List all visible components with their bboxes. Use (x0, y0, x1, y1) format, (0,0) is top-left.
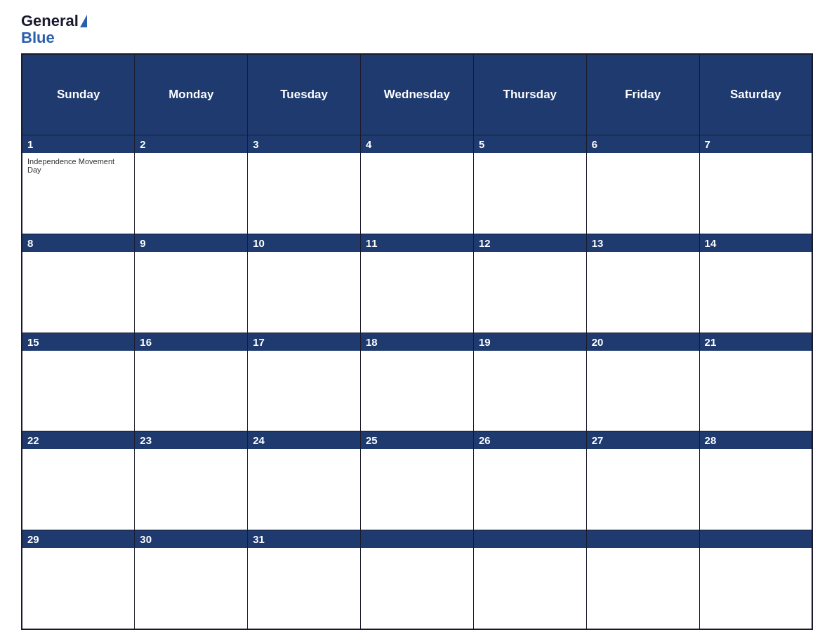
day-cell-15: 15 (22, 333, 135, 431)
weekday-header-row: SundayMondayTuesdayWednesdayThursdayFrid… (22, 54, 812, 135)
day-number-10: 10 (248, 234, 360, 252)
day-cell-5: 5 (473, 135, 586, 234)
day-cell-10: 10 (248, 234, 361, 333)
week-row-2: 891011121314 (22, 234, 812, 333)
day-cell-24: 24 (248, 431, 361, 530)
day-number-24: 24 (248, 431, 360, 449)
empty-day-cell (586, 530, 699, 629)
logo-triangle-icon (80, 15, 87, 27)
day-number-17: 17 (248, 333, 360, 351)
day-cell-20: 20 (586, 333, 699, 431)
day-cell-16: 16 (135, 333, 248, 431)
day-cell-13: 13 (586, 234, 699, 333)
day-cell-26: 26 (473, 431, 586, 530)
day-number-22: 22 (22, 431, 134, 449)
day-number-1: 1 (22, 135, 134, 153)
day-number-9: 9 (135, 234, 247, 252)
day-cell-7: 7 (699, 135, 812, 234)
day-number-7: 7 (700, 135, 812, 153)
day-number-15: 15 (22, 333, 134, 351)
day-cell-4: 4 (361, 135, 474, 234)
weekday-sunday: Sunday (22, 54, 135, 135)
day-cell-11: 11 (361, 234, 474, 333)
weekday-saturday: Saturday (699, 54, 812, 135)
logo-blue-text: Blue (21, 29, 55, 46)
day-number-14: 14 (700, 234, 812, 252)
calendar-table: SundayMondayTuesdayWednesdayThursdayFrid… (21, 53, 813, 630)
day-number-26: 26 (474, 431, 586, 449)
day-cell-2: 2 (135, 135, 248, 234)
day-cell-1: 1Independence Movement Day (22, 135, 135, 234)
day-cell-21: 21 (699, 333, 812, 431)
week-row-5: 293031 (22, 530, 812, 629)
day-cell-8: 8 (22, 234, 135, 333)
day-number-2: 2 (135, 135, 247, 153)
day-cell-27: 27 (586, 431, 699, 530)
day-number-13: 13 (587, 234, 699, 252)
day-number-28: 28 (700, 431, 812, 449)
day-cell-28: 28 (699, 431, 812, 530)
day-number-8: 8 (22, 234, 134, 252)
day-cell-12: 12 (473, 234, 586, 333)
empty-day-cell (361, 530, 474, 629)
weekday-thursday: Thursday (473, 54, 586, 135)
weekday-tuesday: Tuesday (248, 54, 361, 135)
day-cell-25: 25 (361, 431, 474, 530)
logo-general-text: General (21, 13, 79, 29)
day-number-5: 5 (474, 135, 586, 153)
day-number-19: 19 (474, 333, 586, 351)
day-number-29: 29 (22, 530, 134, 548)
empty-day-cell (699, 530, 812, 629)
day-cell-31: 31 (248, 530, 361, 629)
weekday-friday: Friday (586, 54, 699, 135)
day-cell-9: 9 (135, 234, 248, 333)
day-cell-29: 29 (22, 530, 135, 629)
day-number-31: 31 (248, 530, 360, 548)
day-cell-23: 23 (135, 431, 248, 530)
day-number-21: 21 (700, 333, 812, 351)
page-header: General Blue (21, 13, 813, 46)
day-number-12: 12 (474, 234, 586, 252)
day-number-16: 16 (135, 333, 247, 351)
day-number-4: 4 (361, 135, 473, 153)
day-number-20: 20 (587, 333, 699, 351)
empty-day-cell (473, 530, 586, 629)
day-number-23: 23 (135, 431, 247, 449)
weekday-wednesday: Wednesday (361, 54, 474, 135)
weekday-monday: Monday (135, 54, 248, 135)
holiday-label: Independence Movement Day (27, 157, 129, 174)
day-cell-6: 6 (586, 135, 699, 234)
logo: General Blue (21, 13, 87, 46)
day-number-30: 30 (135, 530, 247, 548)
day-number-6: 6 (587, 135, 699, 153)
day-cell-17: 17 (248, 333, 361, 431)
day-cell-19: 19 (473, 333, 586, 431)
day-cell-22: 22 (22, 431, 135, 530)
day-number-25: 25 (361, 431, 473, 449)
day-cell-30: 30 (135, 530, 248, 629)
day-number-27: 27 (587, 431, 699, 449)
day-number-3: 3 (248, 135, 360, 153)
week-row-1: 1Independence Movement Day234567 (22, 135, 812, 234)
week-row-3: 15161718192021 (22, 333, 812, 431)
day-cell-14: 14 (699, 234, 812, 333)
day-number-11: 11 (361, 234, 473, 252)
day-number-18: 18 (361, 333, 473, 351)
week-row-4: 22232425262728 (22, 431, 812, 530)
day-cell-3: 3 (248, 135, 361, 234)
day-cell-18: 18 (361, 333, 474, 431)
